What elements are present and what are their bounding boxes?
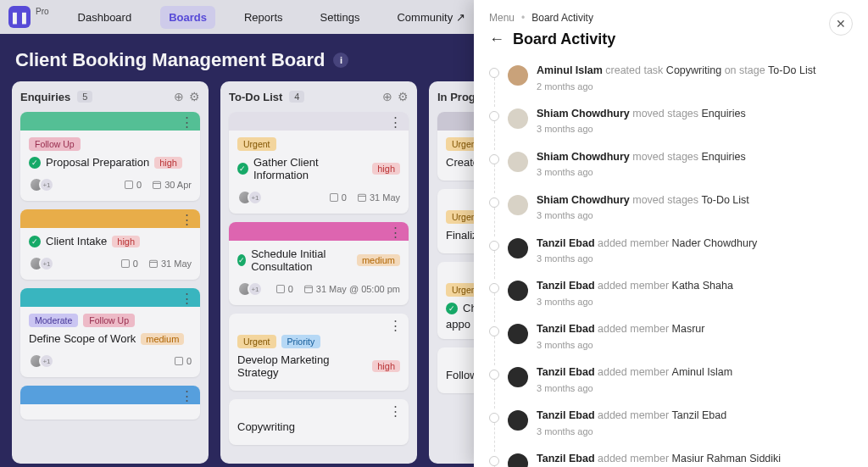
priority-chip: high [372,163,400,175]
add-card-icon[interactable]: ⊕ [174,90,184,103]
activity-item: Tanzil Ebad added member Masiur Rahman S… [489,445,853,467]
subtask-count: 0 [329,192,347,203]
avatar [508,238,528,259]
nav-community[interactable]: Community ↗ [388,6,473,29]
priority-chip: medium [357,254,400,266]
svg-rect-0 [125,181,133,189]
card-title: Follow [446,369,478,381]
activity-item: Tanzil Ebad added member Aminul Islam3 m… [489,359,853,402]
kanban-card[interactable]: ⋮ModerateFollow UpDefine Scope of Workme… [20,288,200,377]
assignee-avatars[interactable]: +1 [29,256,54,271]
card-menu-icon[interactable]: ⋮ [389,319,402,331]
card-tag: Urgent [237,137,276,151]
card-menu-icon[interactable]: ⋮ [181,115,193,128]
kanban-card[interactable]: ⋮Follow Up✓Proposal Preparationhigh+1030… [20,112,200,201]
svg-rect-3 [121,260,129,268]
activity-time: 3 months ago [537,382,732,395]
card-tag: Urgent [237,335,276,348]
breadcrumb: Menu • Board Activity [474,0,868,27]
timeline-dot [489,241,499,251]
avatar [508,65,528,86]
priority-chip: high [112,236,140,247]
kanban-card[interactable]: ⋮Copywriting [229,399,409,445]
close-icon[interactable]: ✕ [829,12,853,36]
subtask-count: 0 [124,180,142,190]
kanban-card[interactable]: ⋮UrgentPriorityDevelop Marketing Strateg… [229,314,409,391]
lane-settings-icon[interactable]: ⚙ [189,90,200,103]
avatar [508,108,528,129]
check-icon: ✓ [237,254,246,266]
assignee-avatars[interactable]: +1 [29,177,54,192]
card-menu-icon[interactable]: ⋮ [181,213,193,225]
svg-rect-11 [304,286,312,292]
nav-dashboard[interactable]: Dashboard [70,6,141,29]
subtask-count: 0 [275,284,293,294]
avatar [508,410,528,431]
subtask-count: 0 [120,259,138,269]
assignee-avatars[interactable]: +1 [237,281,263,297]
card-menu-icon[interactable]: ⋮ [389,404,402,417]
priority-chip: high [372,360,400,372]
due-date: 30 Apr [152,180,192,190]
app-logo[interactable]: ❚❚ [8,6,31,28]
lane-name: Enquiries [20,91,70,103]
nav-settings[interactable]: Settings [312,6,369,29]
activity-text: Tanzil Ebad added member Nader Chowdhury… [537,236,757,266]
add-card-icon[interactable]: ⊕ [382,90,392,103]
nav-reports[interactable]: Reports [236,6,292,29]
avatar [508,195,528,215]
svg-rect-8 [358,194,365,201]
card-menu-icon[interactable]: ⋮ [181,389,193,402]
activity-time: 3 months ago [537,253,757,265]
kanban-card[interactable]: ⋮Urgent✓Gather Client Informationhigh+10… [229,112,409,214]
back-arrow-icon[interactable]: ← [489,31,504,48]
activity-time: 3 months ago [537,166,746,179]
kanban-card[interactable]: ⋮ [20,386,200,420]
lane-settings-icon[interactable]: ⚙ [398,90,409,103]
activity-list: Aminul Islam created task Copywriting on… [474,57,868,467]
subtask-count: 0 [174,356,192,366]
crumb-menu[interactable]: Menu [489,12,515,24]
crumb-current: Board Activity [531,12,593,24]
activity-text: Tanzil Ebad added member Aminul Islam3 m… [537,365,732,395]
card-title: Schedule Initial Consultation [251,247,352,273]
kanban-card[interactable]: ⋮✓Client Intakehigh+1031 May [20,209,200,280]
card-menu-icon[interactable]: ⋮ [181,292,193,304]
card-menu-icon[interactable]: ⋮ [389,225,402,238]
lane-name: To-Do List [229,91,282,103]
assignee-avatars[interactable]: +1 [29,353,54,369]
crumb-sep: • [521,12,525,24]
card-tag: Follow Up [29,137,81,151]
timeline-dot [489,413,499,423]
activity-item: Shiam Chowdhury moved stages Enquiries3 … [489,100,853,143]
activity-item: Shiam Chowdhury moved stages To-Do List3… [489,186,853,230]
activity-panel: ✕ Menu • Board Activity ← Board Activity… [474,0,868,467]
priority-chip: medium [141,333,184,345]
assignee-avatars[interactable]: +1 [237,190,263,205]
avatar [508,324,528,344]
card-title: Define Scope of Work [29,332,136,345]
activity-item: Tanzil Ebad added member Nader Chowdhury… [489,230,853,273]
svg-rect-7 [330,194,337,202]
activity-item: Tanzil Ebad added member Masrur3 months … [489,315,853,359]
card-menu-icon[interactable]: ⋮ [389,115,402,128]
avatar [508,152,528,172]
lane-count: 4 [289,91,304,103]
timeline-dot [489,111,499,121]
nav-boards[interactable]: Boards [160,6,215,29]
activity-item: Tanzil Ebad added member Katha Shaha3 mo… [489,272,853,315]
due-date: 31 May [148,259,192,269]
avatar [508,453,528,467]
activity-text: Shiam Chowdhury moved stages Enquiries3 … [537,107,746,136]
info-icon[interactable]: i [333,53,348,68]
activity-text: Tanzil Ebad added member Masiur Rahman S… [537,452,781,467]
svg-rect-1 [153,181,161,188]
card-title: Develop Marketing Strategy [237,353,367,379]
activity-item: Aminul Islam created task Copywriting on… [489,57,853,100]
activity-time: 3 months ago [537,425,726,438]
timeline-dot [489,283,499,293]
card-title: Copywriting [237,420,295,433]
kanban-card[interactable]: ⋮✓Schedule Initial Consultationmedium+10… [229,222,409,305]
activity-text: Tanzil Ebad added member Tanzil Ebad3 mo… [537,409,726,438]
card-tag: Follow Up [83,314,135,327]
